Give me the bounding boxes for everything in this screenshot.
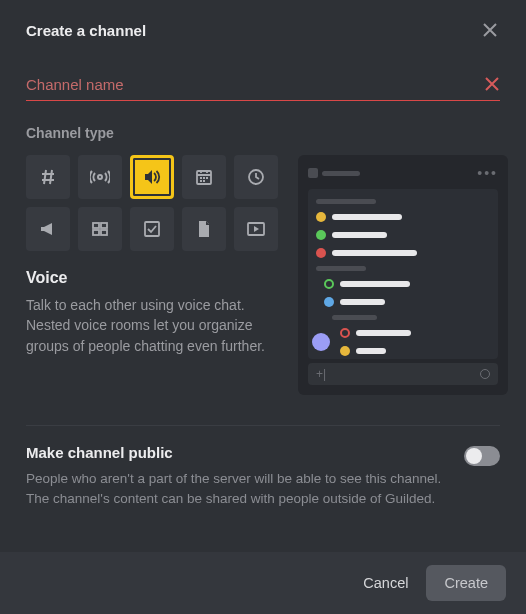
channel-type-grid [26,155,278,251]
create-button[interactable]: Create [426,565,506,601]
clear-name-button[interactable] [484,76,500,92]
type-calendar[interactable] [182,155,226,199]
channel-type-label: Channel type [26,125,500,141]
svg-rect-6 [101,230,107,235]
channel-name-input[interactable] [26,76,500,93]
type-megaphone[interactable] [26,207,70,251]
broadcast-icon [90,167,110,187]
hash-icon [38,167,58,187]
speaker-icon [142,167,162,187]
public-toggle-description: People who aren't a part of the server w… [26,469,444,508]
clock-icon [246,167,266,187]
x-icon [484,76,500,92]
selected-type-description: Talk to each other using voice chat. Nes… [26,295,276,356]
type-docs[interactable] [182,207,226,251]
check-icon [142,219,162,239]
create-channel-modal: Create a channel Channel type [0,0,526,614]
type-list[interactable] [78,207,122,251]
public-toggle[interactable] [464,446,500,466]
modal-title: Create a channel [26,22,146,39]
svg-rect-4 [101,223,107,228]
svg-point-0 [98,175,102,179]
more-icon: ••• [477,165,498,181]
svg-rect-5 [93,230,99,235]
calendar-icon [194,167,214,187]
megaphone-icon [38,219,58,239]
type-announcements[interactable] [78,155,122,199]
type-voice[interactable] [130,155,174,199]
close-button[interactable] [476,16,504,44]
selected-type-title: Voice [26,269,278,287]
divider [26,425,500,426]
type-scheduling[interactable] [234,155,278,199]
close-icon [481,21,499,39]
play-icon [246,219,266,239]
type-text[interactable] [26,155,70,199]
modal-footer: Cancel Create [0,552,526,614]
svg-rect-7 [145,222,159,236]
type-media[interactable] [234,207,278,251]
svg-rect-3 [93,223,99,228]
list-icon [90,219,110,239]
cancel-button[interactable]: Cancel [363,575,408,591]
channel-preview: ••• +| [298,155,508,395]
public-toggle-title: Make channel public [26,444,444,461]
modal-header: Create a channel [0,0,526,58]
type-todo[interactable] [130,207,174,251]
channel-name-row [26,76,500,101]
preview-avatar [312,333,330,351]
doc-icon [194,219,214,239]
